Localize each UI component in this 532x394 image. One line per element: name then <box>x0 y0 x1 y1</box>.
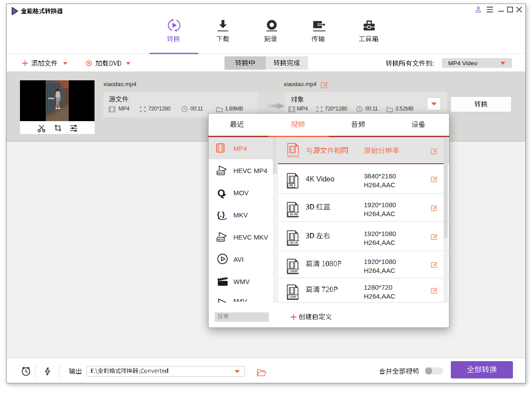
svg-text:Q: Q <box>217 187 225 198</box>
svg-text:1080P: 1080P <box>290 269 298 272</box>
svg-text:3D RB: 3D RB <box>290 213 298 216</box>
svg-text:3D LR: 3D LR <box>290 241 298 244</box>
svg-text:{.}: {.} <box>217 210 225 219</box>
svg-text:720P: 720P <box>290 295 296 298</box>
svg-text:4K: 4K <box>289 184 293 187</box>
svg-text:HEVC: HEVC <box>217 172 225 174</box>
svg-text:source: source <box>288 154 299 158</box>
svg-text:HEVC: HEVC <box>217 238 225 241</box>
